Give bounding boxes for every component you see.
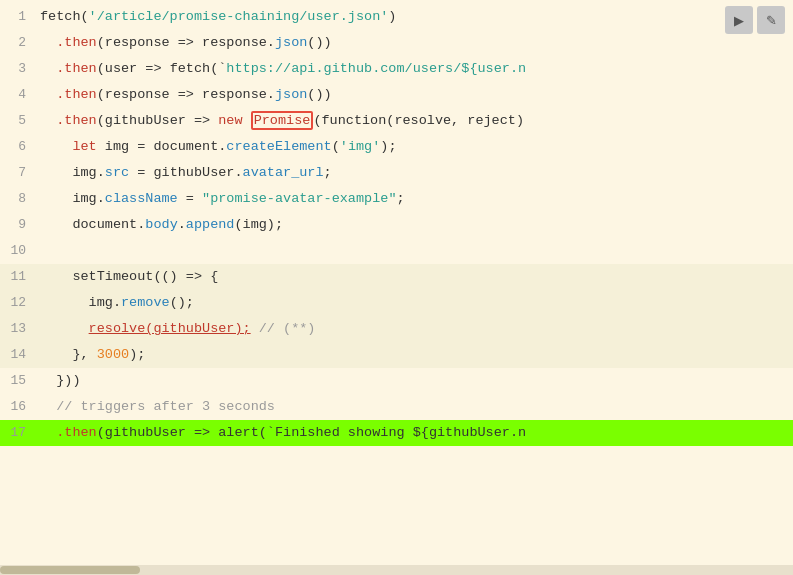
line-number-12: 12 <box>0 290 36 316</box>
code-line-4: 4 .then(response => response.json()) <box>0 82 793 108</box>
line-code-17: .then(githubUser => alert(`Finished show… <box>36 420 793 446</box>
code-line-11: 11 setTimeout(() => { <box>0 264 793 290</box>
line-number-3: 3 <box>0 56 36 82</box>
code-line-2: 2 .then(response => response.json()) <box>0 30 793 56</box>
line-number-1: 1 <box>0 4 36 30</box>
line-code-6: let img = document.createElement('img'); <box>36 134 793 160</box>
code-line-9: 9 document.body.append(img); <box>0 212 793 238</box>
line-code-7: img.src = githubUser.avatar_url; <box>36 160 793 186</box>
code-line-7: 7 img.src = githubUser.avatar_url; <box>0 160 793 186</box>
line-number-7: 7 <box>0 160 36 186</box>
line-number-2: 2 <box>0 30 36 56</box>
code-line-6: 6 let img = document.createElement('img'… <box>0 134 793 160</box>
code-line-17: 17 .then(githubUser => alert(`Finished s… <box>0 420 793 446</box>
line-number-10: 10 <box>0 238 36 264</box>
horizontal-scrollbar[interactable] <box>0 565 793 575</box>
line-number-17: 17 <box>0 420 36 446</box>
run-button[interactable]: ▶ <box>725 6 753 34</box>
code-line-3: 3 .then(user => fetch(`https://api.githu… <box>0 56 793 82</box>
line-number-4: 4 <box>0 82 36 108</box>
line-code-2: .then(response => response.json()) <box>36 30 793 56</box>
line-number-15: 15 <box>0 368 36 394</box>
code-line-14: 14 }, 3000); <box>0 342 793 368</box>
line-code-5: .then(githubUser => new Promise(function… <box>36 108 793 134</box>
code-line-5: 5 .then(githubUser => new Promise(functi… <box>0 108 793 134</box>
line-number-14: 14 <box>0 342 36 368</box>
scrollbar-thumb[interactable] <box>0 566 140 574</box>
line-code-8: img.className = "promise-avatar-example"… <box>36 186 793 212</box>
code-line-16: 16 // triggers after 3 seconds <box>0 394 793 420</box>
line-code-13: resolve(githubUser); // (**) <box>36 316 793 342</box>
line-code-9: document.body.append(img); <box>36 212 793 238</box>
line-code-11: setTimeout(() => { <box>36 264 793 290</box>
code-editor: ▶ ✎ 1 fetch('/article/promise-chaining/u… <box>0 0 793 575</box>
code-line-10: 10 <box>0 238 793 264</box>
code-line-13: 13 resolve(githubUser); // (**) <box>0 316 793 342</box>
line-number-16: 16 <box>0 394 36 420</box>
line-code-12: img.remove(); <box>36 290 793 316</box>
code-line-8: 8 img.className = "promise-avatar-exampl… <box>0 186 793 212</box>
line-number-9: 9 <box>0 212 36 238</box>
line-code-10 <box>36 238 793 264</box>
code-line-1: 1 fetch('/article/promise-chaining/user.… <box>0 4 793 30</box>
line-number-6: 6 <box>0 134 36 160</box>
line-code-15: })) <box>36 368 793 394</box>
line-number-8: 8 <box>0 186 36 212</box>
line-number-11: 11 <box>0 264 36 290</box>
code-line-15: 15 })) <box>0 368 793 394</box>
line-code-4: .then(response => response.json()) <box>36 82 793 108</box>
line-code-14: }, 3000); <box>36 342 793 368</box>
line-code-1: fetch('/article/promise-chaining/user.js… <box>36 4 793 30</box>
edit-button[interactable]: ✎ <box>757 6 785 34</box>
code-area: 1 fetch('/article/promise-chaining/user.… <box>0 0 793 446</box>
line-number-5: 5 <box>0 108 36 134</box>
line-code-3: .then(user => fetch(`https://api.github.… <box>36 56 793 82</box>
code-line-12: 12 img.remove(); <box>0 290 793 316</box>
line-code-16: // triggers after 3 seconds <box>36 394 793 420</box>
toolbar: ▶ ✎ <box>725 6 785 34</box>
line-number-13: 13 <box>0 316 36 342</box>
